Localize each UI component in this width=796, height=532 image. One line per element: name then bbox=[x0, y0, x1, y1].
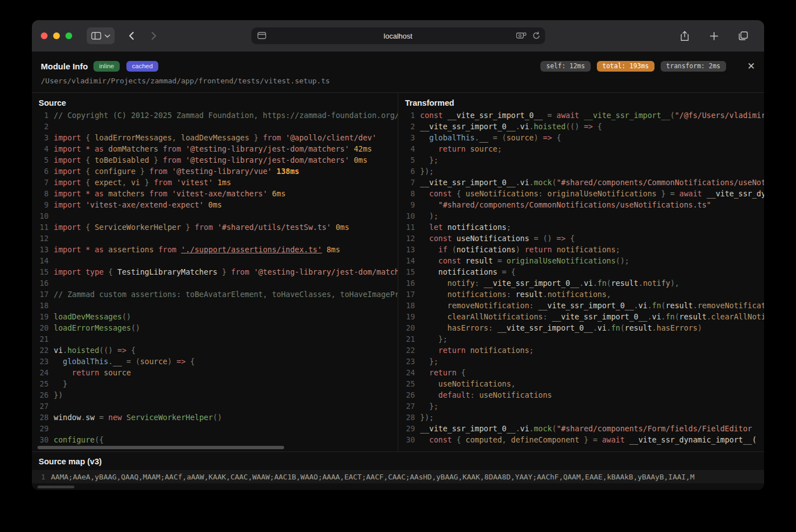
line-number: 24 bbox=[32, 367, 49, 378]
code-line: 3import { loadErrorMessages, loadDevMess… bbox=[32, 132, 398, 143]
sourcemap-scrollbar[interactable] bbox=[37, 486, 74, 488]
line-number: 21 bbox=[398, 333, 415, 345]
code-line: 2 bbox=[32, 121, 398, 132]
code-line: 6}); bbox=[398, 166, 764, 177]
line-number: 27 bbox=[32, 401, 49, 412]
code-line: 12 bbox=[32, 233, 398, 244]
traffic-light-close[interactable] bbox=[41, 32, 48, 39]
line-number: 24 bbox=[398, 367, 415, 378]
code-line: 9import 'vitest-axe/extend-expect' 0ms bbox=[32, 199, 398, 210]
back-button[interactable] bbox=[123, 27, 140, 44]
code-line: 8 const { useNotifications: originalUseN… bbox=[398, 188, 764, 199]
line-number: 30 bbox=[32, 434, 49, 445]
line-number: 25 bbox=[398, 378, 415, 389]
source-panel: Source 1// Copyright (C) 2012-2025 Zamma… bbox=[32, 93, 398, 451]
line-number: 17 bbox=[398, 289, 415, 300]
line-number: 13 bbox=[398, 244, 415, 255]
line-number: 27 bbox=[398, 401, 415, 412]
code-line: 1const __vite_ssr_import_0__ = await __v… bbox=[398, 110, 764, 121]
tab-overview-button[interactable] bbox=[734, 27, 752, 44]
line-number: 15 bbox=[398, 266, 415, 277]
code-line: 16 bbox=[32, 277, 398, 289]
source-code[interactable]: 1// Copyright (C) 2012-2025 Zammad Found… bbox=[32, 110, 398, 449]
line-number: 13 bbox=[32, 244, 49, 255]
line-number: 12 bbox=[398, 233, 415, 244]
line-number: 29 bbox=[32, 423, 49, 434]
sidebar-icon bbox=[91, 32, 101, 40]
code-line: 6import { configure } from '@testing-lib… bbox=[32, 166, 398, 177]
code-line: 20 hasErrors: __vite_ssr_import_0__.vi.f… bbox=[398, 322, 764, 333]
badge-cached: cached bbox=[126, 61, 158, 72]
code-line: 8import * as matchers from 'vitest-axe/m… bbox=[32, 188, 398, 199]
line-number: 9 bbox=[32, 199, 49, 210]
close-icon: ✕ bbox=[747, 61, 755, 72]
code-line: 25 } bbox=[32, 378, 398, 389]
code-line: 15 notifications = { bbox=[398, 266, 764, 277]
line-number: 7 bbox=[398, 177, 415, 188]
forward-button[interactable] bbox=[145, 27, 163, 44]
line-number: 5 bbox=[398, 154, 415, 166]
line-number: 15 bbox=[32, 266, 49, 277]
module-info-header: Module Info inlinecached self: 12mstotal… bbox=[32, 52, 764, 93]
code-line: 25 useNotifications, bbox=[398, 378, 764, 389]
sourcemap-line-number: 1 bbox=[32, 473, 45, 481]
module-file-link[interactable]: './support/assertions/index.ts' bbox=[181, 245, 322, 254]
sourcemap-section: Source map (v3) 1 AAMA;AAeA,yBAAG,QAAQ,M… bbox=[32, 451, 764, 490]
line-number: 30 bbox=[398, 434, 415, 445]
line-number: 3 bbox=[398, 132, 415, 143]
panel-title-source: Source bbox=[32, 93, 398, 110]
code-line: 3 globalThis.__ = (source) => { bbox=[398, 132, 764, 143]
new-tab-button[interactable] bbox=[705, 27, 723, 44]
line-number: 6 bbox=[398, 166, 415, 177]
code-line: 29 bbox=[32, 423, 398, 434]
code-line: 27 bbox=[32, 401, 398, 412]
line-number: 18 bbox=[398, 300, 415, 311]
traffic-light-minimize[interactable] bbox=[53, 32, 60, 39]
line-number: 20 bbox=[32, 322, 49, 333]
line-number: 9 bbox=[398, 199, 415, 210]
code-line: 4import * as domMatchers from '@testing-… bbox=[32, 143, 398, 154]
code-line: 2__vite_ssr_import_0__.vi.hoisted(() => … bbox=[398, 121, 764, 132]
tabs-icon bbox=[738, 31, 748, 40]
code-line: 26}) bbox=[32, 389, 398, 401]
line-number: 10 bbox=[398, 210, 415, 222]
code-panels: Source 1// Copyright (C) 2012-2025 Zamma… bbox=[32, 93, 764, 451]
line-number: 4 bbox=[32, 143, 49, 154]
line-number: 5 bbox=[32, 154, 49, 166]
line-number: 22 bbox=[398, 345, 415, 356]
line-number: 14 bbox=[398, 255, 415, 266]
transformed-code[interactable]: 1const __vite_ssr_import_0__ = await __v… bbox=[398, 110, 764, 449]
line-number: 10 bbox=[32, 210, 49, 222]
sidebar-toggle-button[interactable] bbox=[87, 27, 115, 44]
code-line: 30 const { computed, defineComponent } =… bbox=[398, 434, 764, 445]
code-line: 5 }; bbox=[398, 154, 764, 166]
code-line: 12 const useNotifications = () => { bbox=[398, 233, 764, 244]
chevron-right-icon bbox=[151, 31, 157, 40]
reload-icon[interactable] bbox=[532, 31, 540, 40]
badge-inline: inline bbox=[93, 61, 120, 72]
share-button[interactable] bbox=[676, 27, 694, 44]
module-badges: inlinecached bbox=[93, 61, 158, 72]
camera-icon[interactable] bbox=[516, 31, 526, 40]
code-line: 23 }; bbox=[398, 356, 764, 367]
traffic-light-zoom[interactable] bbox=[65, 32, 72, 39]
code-line: 11import { ServiceWorkerHelper } from '#… bbox=[32, 222, 398, 233]
line-number: 1 bbox=[32, 110, 49, 121]
line-number: 11 bbox=[32, 222, 49, 233]
code-line: 5import { toBeDisabled } from '@testing-… bbox=[32, 154, 398, 166]
line-number: 25 bbox=[32, 378, 49, 389]
line-number: 20 bbox=[398, 322, 415, 333]
code-line: 16 notify: __vite_ssr_import_0__.vi.fn(r… bbox=[398, 277, 764, 289]
line-number: 22 bbox=[32, 345, 49, 356]
line-number: 23 bbox=[398, 356, 415, 367]
close-button[interactable]: ✕ bbox=[747, 62, 755, 71]
code-line: 1// Copyright (C) 2012-2025 Zammad Found… bbox=[32, 110, 398, 121]
address-bar[interactable]: localhost bbox=[251, 27, 545, 44]
code-line: 13 if (notifications) return notificatio… bbox=[398, 244, 764, 255]
page-icon[interactable] bbox=[257, 31, 266, 40]
code-line: 18 bbox=[32, 300, 398, 311]
horizontal-scrollbar[interactable] bbox=[37, 446, 284, 449]
code-line: 4 return source; bbox=[398, 143, 764, 154]
url-text: localhost bbox=[384, 32, 412, 40]
line-number: 4 bbox=[398, 143, 415, 154]
